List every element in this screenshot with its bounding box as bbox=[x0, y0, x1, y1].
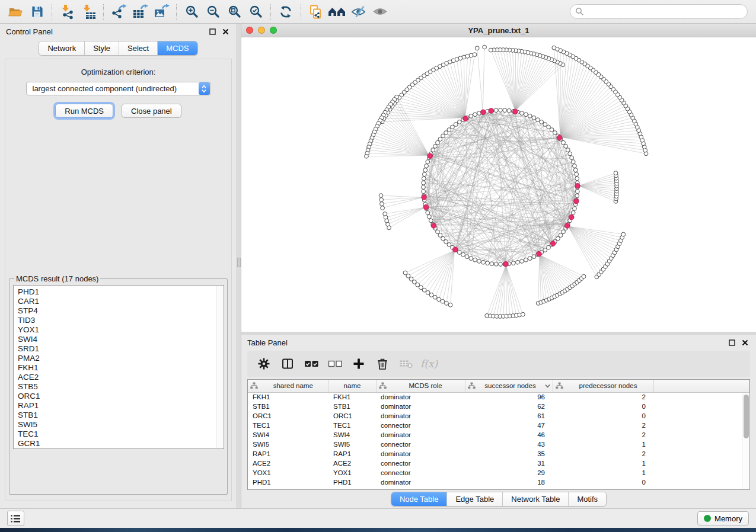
zoom-in-button[interactable] bbox=[181, 2, 202, 21]
cell-name: STB1 bbox=[328, 402, 376, 411]
cell-name: SWI4 bbox=[328, 430, 376, 440]
zoom-selected-button[interactable] bbox=[245, 2, 266, 21]
table-row[interactable]: RAP1RAP1dominator352 bbox=[248, 449, 749, 459]
criterion-select[interactable]: largest connected component (undirected) bbox=[26, 82, 211, 95]
open-file-button[interactable] bbox=[5, 2, 26, 21]
share-network-file-button[interactable] bbox=[305, 2, 327, 21]
tab-mcds[interactable]: MCDS bbox=[157, 41, 197, 55]
network-graph[interactable] bbox=[241, 37, 756, 332]
table-scrollbar-thumb[interactable] bbox=[744, 395, 749, 438]
mcds-result-item[interactable]: FKH1 bbox=[18, 363, 215, 373]
mcds-result-item[interactable]: ACE2 bbox=[18, 373, 215, 382]
float-window-icon bbox=[729, 339, 735, 346]
table-scrollbar[interactable] bbox=[742, 393, 749, 489]
mcds-result-item[interactable]: TID3 bbox=[18, 316, 215, 325]
column-header-shared-name[interactable]: shared name bbox=[248, 380, 328, 392]
table-settings-button[interactable] bbox=[254, 354, 273, 373]
cell-predecessor-nodes: 1 bbox=[553, 468, 653, 477]
table-row[interactable]: STB1STB1dominator620 bbox=[248, 402, 749, 411]
table-tab-network-table[interactable]: Network Table bbox=[502, 492, 568, 506]
save-session-button[interactable] bbox=[26, 2, 47, 21]
zoom-out-button[interactable] bbox=[202, 2, 224, 21]
table-tab-motifs[interactable]: Motifs bbox=[568, 492, 606, 506]
column-header-name[interactable]: name bbox=[328, 380, 376, 392]
mcds-result-item[interactable]: SWI5 bbox=[18, 420, 215, 430]
mcds-result-item[interactable]: YOX1 bbox=[18, 325, 215, 335]
column-header-MCDS-role[interactable]: MCDS role bbox=[376, 380, 465, 392]
mcds-result-item[interactable]: CAR1 bbox=[18, 297, 215, 306]
float-panel-button[interactable] bbox=[209, 28, 216, 36]
run-mcds-button[interactable]: Run MCDS bbox=[55, 104, 113, 118]
mcds-result-item[interactable]: PHD1 bbox=[18, 287, 215, 297]
mcds-result-item[interactable]: STB5 bbox=[18, 382, 215, 392]
delete-columns-button[interactable] bbox=[373, 354, 392, 373]
table-row[interactable]: TEC1TEC1connector472 bbox=[248, 421, 749, 430]
export-image-button[interactable] bbox=[151, 2, 172, 21]
close-table-panel-button[interactable] bbox=[741, 339, 749, 347]
table-tab-edge-table[interactable]: Edge Table bbox=[446, 492, 502, 506]
show-all-button[interactable] bbox=[369, 2, 391, 21]
mcds-result-item[interactable]: GCR1 bbox=[18, 439, 215, 448]
mcds-result-item[interactable]: TEC1 bbox=[18, 430, 215, 439]
network-canvas[interactable] bbox=[241, 37, 756, 332]
mcds-result-item[interactable]: SRD1 bbox=[18, 344, 215, 354]
splitter-grip[interactable] bbox=[237, 258, 241, 267]
float-table-panel-button[interactable] bbox=[728, 339, 736, 347]
mcds-result-item[interactable]: ORC1 bbox=[18, 392, 215, 401]
column-header-predecessor-nodes[interactable]: predecessor nodes bbox=[553, 380, 653, 392]
close-icon bbox=[742, 339, 748, 346]
mcds-result-item[interactable]: STB1 bbox=[18, 411, 215, 420]
column-type-icon bbox=[379, 382, 387, 389]
mcds-result-item[interactable]: PMA2 bbox=[18, 354, 215, 363]
mcds-result-box: MCDS result (17 nodes) PHD1CAR1STP4TID3Y… bbox=[9, 274, 228, 495]
cell-filler bbox=[653, 449, 749, 459]
table-row[interactable]: FKH1FKH1dominator962 bbox=[248, 392, 749, 402]
mcds-result-item[interactable]: SWI4 bbox=[18, 335, 215, 344]
cell-MCDS-role: dominator bbox=[376, 392, 465, 402]
memory-button[interactable]: Memory bbox=[697, 511, 749, 525]
import-table-button[interactable] bbox=[78, 2, 99, 21]
deselect-all-columns-button[interactable] bbox=[326, 354, 344, 373]
table-row[interactable]: ORC1ORC1dominator610 bbox=[248, 411, 749, 421]
close-panel-button[interactable] bbox=[222, 28, 229, 36]
tab-style[interactable]: Style bbox=[84, 41, 119, 55]
add-column-button[interactable] bbox=[349, 354, 368, 373]
cell-successor-nodes: 62 bbox=[465, 402, 553, 411]
table-row[interactable]: PHD1PHD1dominator180 bbox=[248, 477, 749, 487]
tab-network[interactable]: Network bbox=[39, 41, 84, 55]
window-minimize-button[interactable] bbox=[258, 27, 265, 34]
mcds-result-item[interactable]: RAP1 bbox=[18, 401, 215, 411]
task-history-button[interactable] bbox=[7, 511, 24, 526]
search-input[interactable] bbox=[584, 6, 747, 18]
toggle-split-view-button[interactable] bbox=[278, 354, 297, 373]
search-field[interactable] bbox=[570, 4, 748, 19]
mcds-result-item[interactable]: STP4 bbox=[18, 306, 215, 316]
table-row[interactable]: ACE2ACE2connector311 bbox=[248, 459, 749, 468]
cell-name: PHD1 bbox=[328, 477, 376, 487]
refresh-layout-button[interactable] bbox=[275, 2, 296, 21]
table-row[interactable]: SWI5SWI5connector431 bbox=[248, 440, 749, 449]
table-tab-node-table[interactable]: Node Table bbox=[391, 492, 447, 506]
export-table-button[interactable] bbox=[129, 2, 151, 21]
table-panel-title: Table Panel bbox=[247, 338, 288, 347]
table-row[interactable]: YOX1YOX1connector291 bbox=[248, 468, 749, 477]
column-header-successor-nodes[interactable]: successor nodes bbox=[465, 380, 553, 392]
window-zoom-button[interactable] bbox=[270, 27, 277, 34]
window-close-button[interactable] bbox=[246, 27, 253, 34]
table-panel-tabs: Node TableEdge TableNetwork TableMotifs bbox=[391, 492, 607, 507]
zoom-fit-button[interactable] bbox=[224, 2, 245, 21]
export-network-button[interactable] bbox=[108, 2, 129, 21]
tab-select[interactable]: Select bbox=[119, 41, 157, 55]
export-image-icon bbox=[153, 4, 170, 20]
mcds-list-scrollbar[interactable] bbox=[216, 286, 223, 448]
mcds-result-list[interactable]: PHD1CAR1STP4TID3YOX1SWI4SRD1PMA2FKH1ACE2… bbox=[13, 285, 224, 449]
first-neighbors-button[interactable] bbox=[327, 2, 348, 21]
select-all-columns-button[interactable] bbox=[302, 354, 321, 373]
table-row[interactable]: SWI4SWI4dominator462 bbox=[248, 430, 749, 440]
vertical-splitter[interactable] bbox=[237, 24, 241, 508]
close-mcds-panel-button[interactable]: Close panel bbox=[122, 104, 181, 118]
table-body: FKH1FKH1dominator962STB1STB1dominator620… bbox=[248, 392, 749, 487]
import-network-button[interactable] bbox=[56, 2, 78, 21]
cell-MCDS-role: dominator bbox=[376, 477, 465, 487]
hide-selected-button[interactable] bbox=[348, 2, 369, 21]
